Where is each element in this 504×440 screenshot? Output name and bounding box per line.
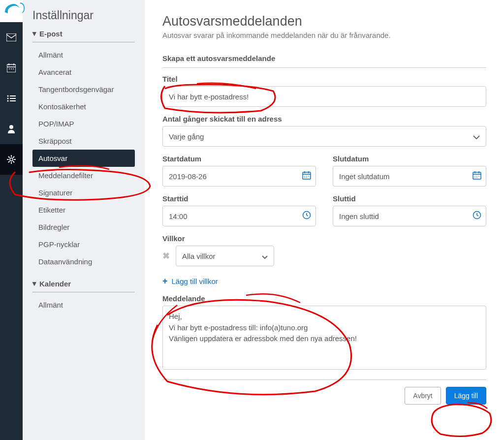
nav-autosvar[interactable]: Autosvar: [32, 150, 135, 167]
svg-rect-25: [473, 172, 481, 179]
svg-point-12: [7, 100, 9, 102]
conditions-select[interactable]: Alla villkor: [176, 246, 274, 266]
svg-point-15: [10, 158, 13, 161]
settings-title: Inställningar: [32, 9, 135, 22]
svg-point-8: [7, 95, 9, 97]
svg-point-32: [474, 177, 475, 178]
nav-kalender-allmant[interactable]: Allmänt: [32, 296, 135, 314]
start-time-input[interactable]: [162, 206, 316, 226]
start-date-input[interactable]: [162, 166, 316, 187]
sidebar-calendar-icon[interactable]: [0, 53, 23, 83]
nav-signaturer[interactable]: Signaturer: [32, 184, 135, 201]
sidebar-gear-icon[interactable]: [0, 144, 23, 175]
svg-point-24: [306, 177, 307, 178]
nav-bildregler[interactable]: Bildregler: [32, 219, 135, 236]
main-content: Autosvarsmeddelanden Autosvar svarar på …: [145, 0, 504, 440]
send-count-label: Antal gånger skickat till en adress: [162, 115, 486, 123]
chevron-down-icon: [473, 132, 480, 141]
calendar-icon[interactable]: [302, 171, 311, 182]
calendar-icon[interactable]: [472, 171, 481, 182]
section-heading: Skapa ett autosvarsmeddelande: [162, 54, 486, 68]
remove-condition-icon[interactable]: ✖: [162, 251, 170, 261]
nav-tangentbord[interactable]: Tangentbordsgenvägar: [32, 81, 135, 98]
category-kalender[interactable]: ▾ Kalender: [32, 279, 135, 292]
title-label: Titel: [162, 75, 486, 83]
svg-point-22: [308, 176, 309, 177]
plus-icon: +: [162, 276, 168, 286]
end-date-input[interactable]: [333, 166, 486, 187]
triangle-down-icon: ▾: [32, 29, 36, 38]
message-label: Meddelande: [162, 294, 486, 303]
end-date-label: Slutdatum: [333, 155, 486, 163]
sidebar-mail-icon[interactable]: [0, 22, 23, 53]
settings-sidebar: Inställningar ▾ E-post Allmänt Avancerat…: [23, 0, 145, 440]
conditions-label: Villkor: [162, 234, 486, 243]
nav-popimap[interactable]: POP/IMAP: [32, 115, 135, 132]
send-count-select[interactable]: Varje gång: [162, 126, 486, 147]
svg-point-33: [476, 177, 477, 178]
nav-allmant[interactable]: Allmänt: [32, 46, 135, 63]
cancel-button[interactable]: Avbryt: [405, 387, 441, 405]
end-time-label: Sluttid: [333, 194, 486, 203]
start-time-label: Starttid: [162, 194, 316, 203]
start-date-label: Startdatum: [162, 155, 316, 163]
svg-point-20: [304, 176, 305, 177]
svg-point-30: [476, 176, 477, 177]
icon-sidebar: [0, 0, 23, 440]
svg-point-31: [478, 176, 479, 177]
triangle-down-icon: ▾: [32, 279, 36, 288]
nav-dataanvandning[interactable]: Dataanvändning: [32, 253, 135, 270]
chevron-down-icon: [262, 252, 268, 260]
nav-etiketter[interactable]: Etiketter: [32, 201, 135, 219]
nav-meddelandefilter[interactable]: Meddelandefilter: [32, 167, 135, 184]
add-condition-link[interactable]: + Lägg till villkor: [162, 276, 486, 286]
nav-skrappost[interactable]: Skräppost: [32, 132, 135, 150]
sidebar-list-icon[interactable]: [0, 83, 23, 114]
svg-point-14: [9, 125, 13, 129]
svg-point-29: [474, 176, 475, 177]
title-input[interactable]: [162, 86, 486, 107]
svg-point-10: [7, 98, 9, 99]
svg-point-21: [306, 176, 307, 177]
svg-point-23: [304, 177, 305, 178]
svg-rect-0: [6, 33, 16, 41]
message-textarea[interactable]: [162, 306, 486, 370]
sidebar-user-icon[interactable]: [0, 114, 23, 144]
nav-pgp[interactable]: PGP-nycklar: [32, 236, 135, 253]
clock-icon[interactable]: [472, 211, 481, 221]
clock-icon[interactable]: [302, 211, 311, 221]
page-title: Autosvarsmeddelanden: [162, 14, 486, 29]
page-subtitle: Autosvar svarar på inkommande meddelande…: [162, 31, 486, 39]
end-time-input[interactable]: [333, 206, 486, 226]
category-epost[interactable]: ▾ E-post: [32, 29, 135, 42]
svg-rect-16: [303, 172, 311, 179]
telenor-logo: [1, 0, 29, 23]
nav-avancerat[interactable]: Avancerat: [32, 63, 135, 81]
nav-kontosakerhet[interactable]: Kontosäkerhet: [32, 98, 135, 115]
submit-button[interactable]: Lägg till: [446, 387, 486, 405]
